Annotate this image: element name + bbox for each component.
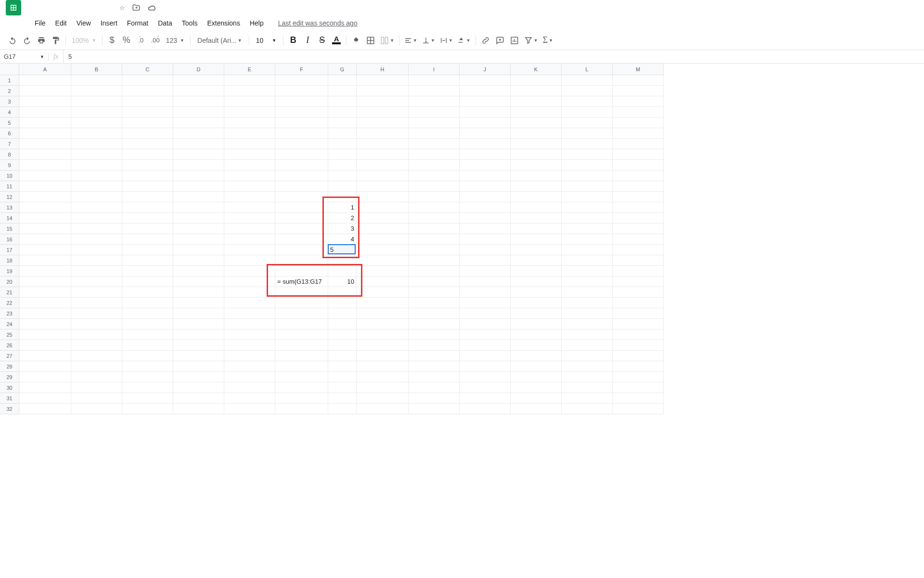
cell-B10[interactable]: [71, 171, 122, 181]
cell-I7[interactable]: [409, 139, 460, 149]
cell-G19[interactable]: [328, 266, 357, 276]
cell-G3[interactable]: [328, 96, 357, 107]
cell-J1[interactable]: [460, 75, 511, 86]
cell-J18[interactable]: [460, 255, 511, 266]
cell-I3[interactable]: [409, 96, 460, 107]
cell-F14[interactable]: [275, 213, 328, 223]
row-header-21[interactable]: 21: [0, 287, 19, 298]
formula-bar[interactable]: 5: [63, 50, 924, 63]
cell-L8[interactable]: [562, 149, 613, 160]
cell-M15[interactable]: [613, 223, 664, 234]
cell-C2[interactable]: [122, 86, 173, 96]
menu-edit[interactable]: Edit: [51, 17, 71, 29]
cell-J14[interactable]: [460, 213, 511, 223]
name-box[interactable]: G17 ▼: [0, 53, 48, 60]
cell-M28[interactable]: [613, 361, 664, 372]
row-header-6[interactable]: 6: [0, 128, 19, 139]
cell-C23[interactable]: [122, 308, 173, 319]
cell-A29[interactable]: [19, 372, 71, 382]
cell-A17[interactable]: [19, 245, 71, 255]
cell-H23[interactable]: [357, 308, 409, 319]
cell-J9[interactable]: [460, 160, 511, 171]
cell-G9[interactable]: [328, 160, 357, 171]
cell-I16[interactable]: [409, 234, 460, 245]
cell-D2[interactable]: [173, 86, 224, 96]
cell-A9[interactable]: [19, 160, 71, 171]
number-format-select[interactable]: 123▼: [163, 37, 187, 44]
cell-J21[interactable]: [460, 287, 511, 298]
cell-G8[interactable]: [328, 149, 357, 160]
cell-D22[interactable]: [173, 298, 224, 308]
cell-G11[interactable]: [328, 181, 357, 192]
cell-L24[interactable]: [562, 319, 613, 329]
cell-E7[interactable]: [224, 139, 275, 149]
cell-I10[interactable]: [409, 171, 460, 181]
strikethrough-button[interactable]: S: [315, 34, 329, 47]
cell-A3[interactable]: [19, 96, 71, 107]
cell-A28[interactable]: [19, 361, 71, 372]
row-header-10[interactable]: 10: [0, 171, 19, 181]
cell-J29[interactable]: [460, 372, 511, 382]
cell-H25[interactable]: [357, 329, 409, 340]
cell-F26[interactable]: [275, 340, 328, 351]
cell-H28[interactable]: [357, 361, 409, 372]
row-header-14[interactable]: 14: [0, 213, 19, 223]
cell-M6[interactable]: [613, 128, 664, 139]
cell-F7[interactable]: [275, 139, 328, 149]
cell-F19[interactable]: [275, 266, 328, 276]
cell-M24[interactable]: [613, 319, 664, 329]
fontsize-select[interactable]: 10▼: [252, 37, 281, 44]
cell-B21[interactable]: [71, 287, 122, 298]
cell-D1[interactable]: [173, 75, 224, 86]
cell-G17[interactable]: 5: [328, 245, 357, 255]
col-header-M[interactable]: M: [613, 64, 664, 75]
cell-J6[interactable]: [460, 128, 511, 139]
cell-H15[interactable]: [357, 223, 409, 234]
cell-H32[interactable]: [357, 404, 409, 414]
cell-C13[interactable]: [122, 202, 173, 213]
cell-D11[interactable]: [173, 181, 224, 192]
cell-K12[interactable]: [511, 192, 562, 202]
cell-C5[interactable]: [122, 118, 173, 128]
decrease-decimal-button[interactable]: .0←: [134, 34, 148, 47]
cell-M4[interactable]: [613, 107, 664, 118]
cell-L4[interactable]: [562, 107, 613, 118]
cell-D13[interactable]: [173, 202, 224, 213]
insert-chart-button[interactable]: [508, 34, 521, 47]
row-header-12[interactable]: 12: [0, 192, 19, 202]
cell-B32[interactable]: [71, 404, 122, 414]
cell-K24[interactable]: [511, 319, 562, 329]
row-header-3[interactable]: 3: [0, 96, 19, 107]
cell-G12[interactable]: [328, 192, 357, 202]
cell-H21[interactable]: [357, 287, 409, 298]
cell-L22[interactable]: [562, 298, 613, 308]
cell-I26[interactable]: [409, 340, 460, 351]
cell-J23[interactable]: [460, 308, 511, 319]
cell-L18[interactable]: [562, 255, 613, 266]
cell-F21[interactable]: [275, 287, 328, 298]
cell-A27[interactable]: [19, 351, 71, 361]
cell-I4[interactable]: [409, 107, 460, 118]
cell-L25[interactable]: [562, 329, 613, 340]
cell-A26[interactable]: [19, 340, 71, 351]
cell-F29[interactable]: [275, 372, 328, 382]
cell-I1[interactable]: [409, 75, 460, 86]
cell-A15[interactable]: [19, 223, 71, 234]
cell-I30[interactable]: [409, 382, 460, 393]
cell-K23[interactable]: [511, 308, 562, 319]
fill-color-button[interactable]: [349, 34, 363, 47]
cell-J27[interactable]: [460, 351, 511, 361]
cell-J3[interactable]: [460, 96, 511, 107]
horizontal-align-button[interactable]: ▼: [402, 34, 419, 47]
cell-G29[interactable]: [328, 372, 357, 382]
row-header-17[interactable]: 17: [0, 245, 19, 255]
cell-J5[interactable]: [460, 118, 511, 128]
cell-L6[interactable]: [562, 128, 613, 139]
cell-L20[interactable]: [562, 276, 613, 287]
cell-A6[interactable]: [19, 128, 71, 139]
cell-G24[interactable]: [328, 319, 357, 329]
cell-M30[interactable]: [613, 382, 664, 393]
row-header-22[interactable]: 22: [0, 298, 19, 308]
cell-K2[interactable]: [511, 86, 562, 96]
cell-I17[interactable]: [409, 245, 460, 255]
